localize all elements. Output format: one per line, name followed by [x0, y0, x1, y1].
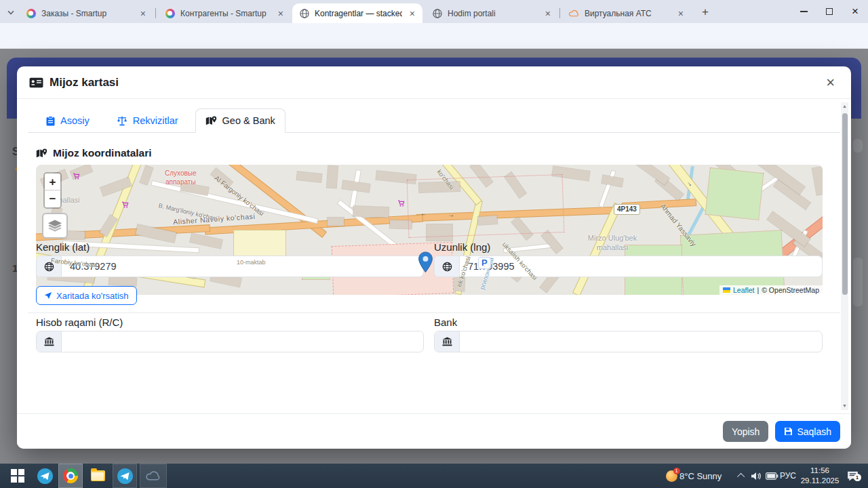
browser-tab-4[interactable]: Hodim portali ×: [425, 3, 558, 23]
windows-logo-icon: [11, 469, 24, 483]
tray-date: 29.11.2025: [801, 476, 840, 486]
bank-icon: [37, 331, 62, 352]
map-shape-bld: [601, 175, 623, 186]
shop-icon: [122, 199, 129, 211]
taskbar-chrome-active[interactable]: [58, 464, 83, 488]
ukraine-flag-icon: [723, 287, 730, 293]
map-shape-bld: [328, 218, 344, 226]
bank-input[interactable]: [460, 331, 822, 352]
leaflet-link[interactable]: Leaflet: [733, 286, 755, 294]
window-close-button[interactable]: ×: [842, 0, 868, 23]
map-shape-bld: [296, 171, 321, 182]
shop-icon: [73, 170, 80, 182]
chevron-up-icon: [737, 473, 745, 481]
map-shape-bld: [342, 180, 370, 192]
tab-close-icon[interactable]: ×: [543, 8, 553, 19]
tab-close-icon[interactable]: ×: [276, 8, 285, 19]
tray-weather-icon[interactable]: 1: [663, 464, 679, 488]
zoom-in-button[interactable]: +: [45, 174, 60, 190]
clipboard-icon: [46, 116, 55, 126]
account-input[interactable]: [62, 331, 423, 352]
tray-time: 11:56: [810, 466, 829, 476]
cloud-favicon: [569, 8, 579, 18]
weather-badge: 1: [673, 468, 680, 474]
oneway-arrow: ←: [420, 209, 427, 217]
road-shield: 4P143: [614, 204, 640, 215]
smartup-favicon: [165, 9, 175, 18]
map-pin-icon: [205, 116, 217, 126]
smartup-favicon: [26, 9, 36, 18]
map-zoom-control: + −: [43, 172, 62, 209]
taskbar-telegram-2[interactable]: [113, 464, 137, 488]
map-shape-bld: [109, 277, 137, 287]
map-marker-pin[interactable]: [418, 251, 433, 276]
map-shape-dot: [407, 174, 565, 238]
tab-asosiy[interactable]: Asosiy: [36, 108, 100, 133]
browser-tab-active[interactable]: Kontragentlar — stacked moda ×: [292, 3, 422, 23]
new-tab-button[interactable]: +: [697, 5, 713, 20]
map-label: Mirzo Ulug'bek: [588, 234, 637, 242]
modal-scrollbar[interactable]: ▲ ▼: [841, 102, 848, 410]
window-minimize-button[interactable]: [791, 0, 816, 23]
browser-toolbar: ← → daily-suvi.com/19l/public/mijozlar.p…: [0, 23, 868, 49]
tab-label: Geo & Bank: [222, 115, 275, 126]
map-shape-bld: [633, 165, 669, 185]
tab-close-icon[interactable]: ×: [138, 8, 148, 19]
osm-link[interactable]: © OpenStreetMap: [762, 286, 819, 294]
modal-body: Asosiy Rekvizitlar Geo & Bank Mijoz koor…: [17, 99, 851, 413]
notification-icon: 1: [846, 470, 859, 482]
tray-clock[interactable]: 11:56 29.11.2025: [799, 464, 841, 488]
browser-tab-5[interactable]: Виртуальная АТС ×: [562, 3, 691, 23]
tab-separator: [559, 8, 560, 18]
scrollbar-thumb[interactable]: [842, 113, 848, 295]
zoom-out-button[interactable]: −: [45, 190, 60, 207]
tray-hidden-icons-chevron[interactable]: [735, 464, 749, 488]
taskbar-explorer[interactable]: [85, 464, 110, 488]
taskbar-telegram[interactable]: [33, 464, 57, 488]
notification-badge: 1: [854, 474, 861, 481]
tab-close-icon[interactable]: ×: [676, 8, 686, 19]
tab-geo-bank[interactable]: Geo & Bank: [195, 108, 285, 133]
tray-weather-text[interactable]: 8°C Sunny: [679, 464, 732, 488]
map-shape-bld: [541, 230, 562, 253]
battery-icon: [766, 472, 778, 480]
parking-icon: P: [478, 257, 491, 269]
section-title: Mijoz koordinatalari: [53, 147, 152, 159]
chrome-icon: [63, 468, 78, 483]
show-on-map-button[interactable]: Xaritada ko'rsatish: [36, 286, 137, 305]
modal-close-icon[interactable]: ×: [822, 74, 839, 92]
taskbar-cloud-app[interactable]: [140, 464, 167, 488]
cloud-icon: [146, 471, 161, 481]
map-shape-bld: [812, 167, 823, 195]
bank-icon: [435, 331, 460, 352]
map-pin-icon: [36, 148, 47, 159]
modal-title: Mijoz kartasi: [50, 76, 119, 89]
mijoz-kartasi-modal: Mijoz kartasi × Asosiy Rekvizitlar Geo &…: [17, 66, 851, 449]
map-label: Слуховые: [165, 169, 197, 177]
map-attribution: Leaflet | © OpenStreetMap: [719, 285, 823, 295]
window-maximize-button[interactable]: [816, 0, 842, 23]
map-layers-control[interactable]: [42, 213, 68, 239]
lat-label: Kenglik (lat): [36, 241, 90, 253]
close-button[interactable]: Yopish: [723, 421, 769, 442]
bank-label: Bank: [434, 317, 457, 328]
tray-language[interactable]: РУС: [777, 464, 799, 488]
lng-label: Uzunlik (lng): [434, 241, 490, 253]
tab-search-chevron-icon[interactable]: [7, 8, 14, 14]
map-shape-bld: [327, 166, 338, 188]
scroll-down-arrow[interactable]: ▼: [841, 402, 848, 410]
tab-close-icon[interactable]: ×: [408, 8, 417, 19]
tab-rekvizitlar[interactable]: Rekvizitlar: [106, 108, 189, 133]
globe-icon: [435, 256, 460, 277]
start-button[interactable]: [4, 464, 31, 488]
page-pill-dimmed: [853, 258, 863, 306]
tray-volume[interactable]: [749, 464, 764, 488]
scroll-up-arrow[interactable]: ▲: [841, 102, 848, 110]
browser-tab-1[interactable]: Заказы - Smartup ×: [19, 3, 153, 23]
save-button[interactable]: Saqlash: [775, 421, 840, 442]
browser-tab-2[interactable]: Контрагенты - Smartup ×: [158, 3, 291, 23]
browser-tab-strip: Заказы - Smartup × Контрагенты - Smartup…: [0, 0, 868, 23]
speaker-icon: [751, 472, 762, 481]
tray-notifications[interactable]: 1: [841, 464, 864, 488]
tab-label: Asosiy: [60, 115, 90, 126]
